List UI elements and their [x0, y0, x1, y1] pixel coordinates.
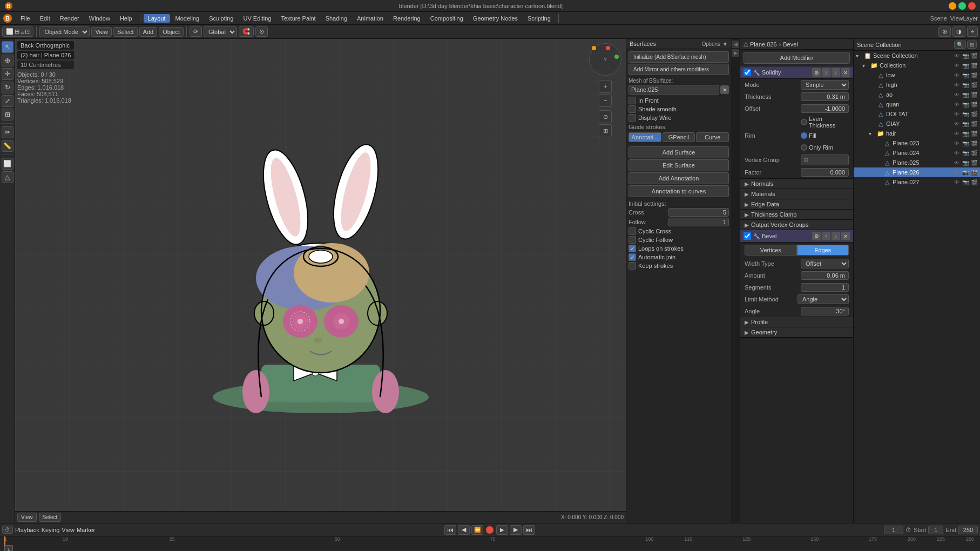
tree-vis-quan[interactable]: 👁 — [953, 100, 961, 108]
tree-camera-p024[interactable]: 📷 — [962, 149, 969, 157]
loops-on-strokes-checkbox[interactable]: ✓ — [628, 245, 636, 252]
edge-data-header[interactable]: ▶ Edge Data — [740, 199, 853, 209]
workspace-compositing[interactable]: Compositing — [426, 14, 468, 23]
solidity-toggle[interactable] — [744, 69, 751, 76]
strip-btn2[interactable]: ▶ — [732, 49, 739, 57]
object-mode-select[interactable]: Object Mode Edit Mode Sculpt Mode — [39, 26, 90, 37]
add-annotation-btn[interactable]: Add Annotation — [628, 172, 729, 184]
bevel-vertices-tab[interactable]: Vertices — [745, 245, 797, 256]
tool-move[interactable]: ✛ — [2, 68, 13, 80]
tree-camera-scene[interactable]: 📷 — [962, 52, 969, 59]
workspace-shading[interactable]: Shading — [321, 14, 352, 23]
tree-camera-high[interactable]: 📷 — [962, 81, 969, 89]
tree-vis-p025[interactable]: 👁 — [953, 159, 961, 166]
tree-render-p027[interactable]: 🎬 — [970, 178, 978, 186]
tree-plane027[interactable]: △ Plane.027 👁 📷 🎬 — [854, 177, 980, 187]
vp-view-btn[interactable]: View — [17, 513, 37, 522]
start-frame-input[interactable]: 1 — [928, 526, 943, 534]
cyclic-follow-checkbox[interactable] — [628, 236, 636, 244]
rotation-gizmo[interactable]: Y — [589, 43, 621, 76]
tree-render-col[interactable]: 🎬 — [970, 62, 978, 69]
mirror-btn[interactable]: Add Mirror and others modifiers — [628, 64, 729, 75]
tree-quan[interactable]: △ quan 👁 📷 🎬 — [854, 99, 980, 109]
tree-camera-quan[interactable]: 📷 — [962, 100, 969, 108]
tree-vis-giay[interactable]: 👁 — [953, 120, 961, 127]
tree-camera-p023[interactable]: 📷 — [962, 139, 969, 147]
tree-vis-p024[interactable]: 👁 — [953, 149, 961, 157]
tree-vis-scene[interactable]: 👁 — [953, 52, 961, 59]
initialize-btn[interactable]: Initialize (Add BSurface mesh) — [628, 51, 729, 63]
tree-vis-hair[interactable]: 👁 — [953, 130, 961, 137]
tree-render-high[interactable]: 🎬 — [970, 81, 978, 89]
follow-value[interactable]: 1 — [668, 218, 729, 226]
tree-camera-doitat[interactable]: 📷 — [962, 110, 969, 118]
tool-scale[interactable]: ⤢ — [2, 95, 13, 107]
tool-add-cube[interactable]: ⬜ — [2, 158, 13, 170]
view-menu-tl[interactable]: View — [62, 527, 75, 533]
current-frame-input[interactable]: 1 — [884, 526, 903, 534]
tool-annotate[interactable]: ✏ — [2, 126, 13, 138]
tool-cursor[interactable]: ⊕ — [2, 55, 13, 66]
angle-value[interactable]: 30° — [801, 307, 849, 315]
profile-header[interactable]: ▶ Profile — [740, 317, 853, 327]
tree-render-ao[interactable]: 🎬 — [970, 91, 978, 98]
tree-vis-high[interactable]: 👁 — [953, 81, 961, 89]
tree-vis-col[interactable]: 👁 — [953, 62, 961, 69]
workspace-texture[interactable]: Texture Paint — [276, 14, 320, 23]
tab-curve[interactable]: Curve — [696, 132, 729, 142]
tree-render-low[interactable]: 🎬 — [970, 71, 978, 79]
transform-icons[interactable]: ⟳ — [190, 26, 202, 37]
tree-render-p025[interactable]: 🎬 — [970, 159, 978, 166]
viewport[interactable]: Back Orthographic (2) hair | Plane.026 1… — [15, 39, 626, 523]
toolbar-mode-icons[interactable]: ⬜⊞≡⊡ — [2, 26, 33, 37]
outliner-search-input[interactable]: 🔍 — [954, 41, 966, 49]
thickness-clamp-header[interactable]: ▶ Thickness Clamp — [740, 210, 853, 219]
tree-plane024[interactable]: △ Plane.024 👁 📷 🎬 — [854, 148, 980, 158]
tree-camera-p026[interactable]: 📷 — [962, 169, 969, 176]
tree-render-hair[interactable]: 🎬 — [970, 130, 978, 137]
workspace-modeling[interactable]: Modeling — [171, 14, 204, 23]
tab-annotati[interactable]: Annotati... — [628, 132, 661, 142]
gizmo-btn[interactable]: ⌖ — [967, 26, 978, 37]
tool-measure[interactable]: 📏 — [2, 140, 13, 152]
menu-help[interactable]: Help — [116, 14, 137, 23]
tree-camera-hair[interactable]: 📷 — [962, 130, 969, 137]
zoom-out-btn[interactable]: − — [599, 94, 612, 107]
tree-camera-p025[interactable]: 📷 — [962, 159, 969, 166]
snap-btn[interactable]: 🧲 — [239, 26, 254, 37]
strip-btn1[interactable]: ◀ — [732, 41, 739, 48]
bevel-toggle[interactable] — [744, 232, 751, 240]
tree-low[interactable]: △ low 👁 📷 🎬 — [854, 70, 980, 80]
tree-vis-p023[interactable]: 👁 — [953, 139, 961, 147]
keying-menu[interactable]: Keying — [42, 527, 60, 533]
tree-camera-low[interactable]: 📷 — [962, 71, 969, 79]
menu-window[interactable]: Window — [85, 14, 114, 23]
tree-render-p023[interactable]: 🎬 — [970, 139, 978, 147]
keep-strokes-checkbox[interactable] — [628, 262, 636, 270]
tree-plane023[interactable]: △ Plane.023 👁 📷 🎬 — [854, 138, 980, 148]
tree-camera-giay[interactable]: 📷 — [962, 120, 969, 127]
playback-menu[interactable]: Playback — [15, 527, 39, 533]
tree-vis-p027[interactable]: 👁 — [953, 178, 961, 186]
tree-doitat[interactable]: △ DOI TAT 👁 📷 🎬 — [854, 109, 980, 119]
skip-to-end-btn[interactable]: ⏭ — [523, 525, 535, 535]
vp-select-mode[interactable]: Select — [39, 513, 62, 522]
tree-collection[interactable]: ▾ 📁 Collection 👁 📷 🎬 — [854, 61, 980, 70]
end-frame-input[interactable]: 250 — [958, 526, 978, 534]
maximize-button[interactable] — [958, 2, 966, 10]
bevel-move-up-btn[interactable]: ↑ — [822, 232, 830, 240]
bevel-settings-btn[interactable]: ⚙ — [812, 232, 821, 240]
view-menu-btn[interactable]: View — [91, 27, 112, 37]
tree-hair[interactable]: ▾ 📁 hair 👁 📷 🎬 — [854, 129, 980, 138]
bevel-delete-btn[interactable]: ✕ — [841, 232, 850, 240]
menu-file[interactable]: File — [16, 14, 35, 23]
display-wire-checkbox[interactable] — [628, 114, 636, 122]
tree-camera-p027[interactable]: 📷 — [962, 178, 969, 186]
bevel-move-down-btn[interactable]: ↓ — [832, 232, 840, 240]
solidity-delete-btn[interactable]: ✕ — [841, 68, 850, 77]
workspace-sculpting[interactable]: Sculpting — [205, 14, 238, 23]
tree-ao[interactable]: △ ao 👁 📷 🎬 — [854, 90, 980, 99]
workspace-uv[interactable]: UV Editing — [239, 14, 275, 23]
zoom-in-btn[interactable]: + — [599, 80, 612, 93]
tree-plane026[interactable]: △ Plane.026 👁 📷 🎬 — [854, 167, 980, 177]
